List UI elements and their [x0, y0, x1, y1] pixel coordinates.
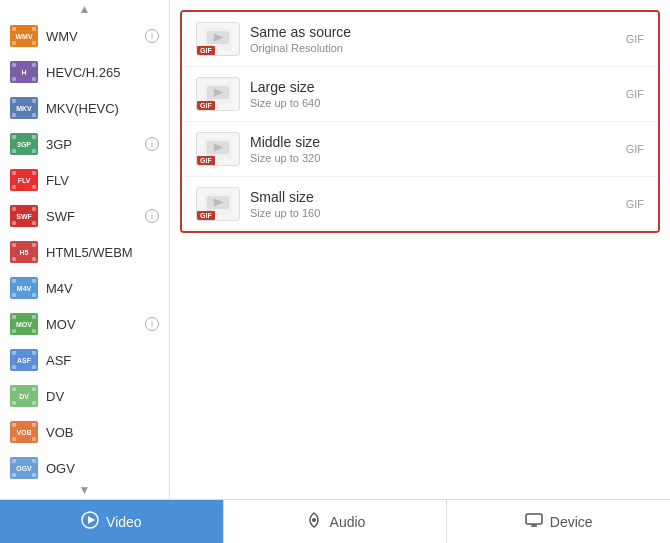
option-row-small-size[interactable]: GIF Small sizeSize up to 160GIF [182, 177, 658, 231]
asf-icon: ASF [10, 349, 38, 371]
mkv-label: MKV(HEVC) [46, 101, 159, 116]
same-as-source-desc: Original Resolution [250, 42, 616, 54]
asf-label: ASF [46, 353, 159, 368]
large-size-thumbnail: GIF [196, 77, 240, 111]
sidebar-item-m4v[interactable]: M4V M4V [0, 270, 169, 306]
svg-rect-76 [32, 473, 36, 477]
svg-rect-73 [12, 459, 16, 463]
audio-tab-label: Audio [330, 514, 366, 530]
svg-rect-21 [12, 149, 16, 153]
scroll-up-arrow[interactable]: ▲ [0, 0, 169, 18]
middle-size-desc: Size up to 320 [250, 152, 616, 164]
swf-info-icon[interactable]: i [145, 209, 159, 223]
sidebar-item-dv[interactable]: DV DV [0, 378, 169, 414]
svg-marker-99 [88, 516, 95, 524]
sidebar-item-swf[interactable]: SWF SWFi [0, 198, 169, 234]
flv-label: FLV [46, 173, 159, 188]
svg-rect-8 [32, 63, 36, 67]
sidebar-item-ogv[interactable]: OGV OGV [0, 450, 169, 481]
sidebar-item-wmv[interactable]: WMV WMVi [0, 18, 169, 54]
svg-rect-75 [12, 473, 16, 477]
wmv-info-icon[interactable]: i [145, 29, 159, 43]
hevc-label: HEVC/H.265 [46, 65, 159, 80]
mov-label: MOV [46, 317, 141, 332]
swf-icon: SWF [10, 205, 38, 227]
svg-rect-74 [32, 459, 36, 463]
sidebar-item-3gp[interactable]: 3GP 3GPi [0, 126, 169, 162]
svg-text:3GP: 3GP [17, 141, 31, 148]
svg-rect-44 [32, 279, 36, 283]
svg-text:MKV: MKV [16, 105, 32, 112]
svg-rect-40 [32, 257, 36, 261]
sidebar-item-mkv[interactable]: MKV MKV(HEVC) [0, 90, 169, 126]
svg-rect-39 [12, 257, 16, 261]
small-size-desc: Size up to 160 [250, 207, 616, 219]
svg-text:WMV: WMV [15, 33, 32, 40]
svg-rect-63 [12, 401, 16, 405]
html5-icon: H5 [10, 241, 38, 263]
3gp-info-icon[interactable]: i [145, 137, 159, 151]
svg-rect-9 [12, 77, 16, 81]
mov-info-icon[interactable]: i [145, 317, 159, 331]
svg-rect-57 [12, 365, 16, 369]
vob-icon: VOB [10, 421, 38, 443]
vob-label: VOB [46, 425, 159, 440]
tab-audio[interactable]: Audio [224, 500, 448, 543]
svg-text:M4V: M4V [17, 285, 32, 292]
middle-size-info: Middle sizeSize up to 320 [250, 134, 616, 164]
mov-icon: MOV [10, 313, 38, 335]
svg-rect-51 [12, 329, 16, 333]
option-row-middle-size[interactable]: GIF Middle sizeSize up to 320GIF [182, 122, 658, 177]
ogv-label: OGV [46, 461, 159, 476]
tab-device[interactable]: Device [447, 500, 670, 543]
scroll-down-arrow[interactable]: ▼ [0, 481, 169, 499]
svg-rect-69 [12, 437, 16, 441]
svg-rect-27 [12, 185, 16, 189]
sidebar-item-vob[interactable]: VOB VOB [0, 414, 169, 450]
dv-label: DV [46, 389, 159, 404]
right-panel: GIF Same as sourceOriginal ResolutionGIF… [170, 0, 670, 499]
svg-rect-19 [12, 135, 16, 139]
svg-rect-49 [12, 315, 16, 319]
option-row-large-size[interactable]: GIF Large sizeSize up to 640GIF [182, 67, 658, 122]
video-tab-icon [81, 511, 99, 533]
sidebar-item-flv[interactable]: FLV FLV [0, 162, 169, 198]
svg-text:OGV: OGV [16, 465, 32, 472]
svg-rect-13 [12, 99, 16, 103]
sidebar-scroll: WMV WMVi H HEVC/H.265 MKV MKV(HEVC) 3GP … [0, 18, 169, 481]
svg-rect-46 [32, 293, 36, 297]
sidebar-item-asf[interactable]: ASF ASF [0, 342, 169, 378]
svg-rect-55 [12, 351, 16, 355]
svg-rect-26 [32, 171, 36, 175]
svg-rect-7 [12, 63, 16, 67]
svg-text:H5: H5 [20, 249, 29, 256]
sidebar-item-mov[interactable]: MOV MOVi [0, 306, 169, 342]
small-size-format-label: GIF [626, 198, 644, 210]
small-size-thumbnail: GIF [196, 187, 240, 221]
svg-text:ASF: ASF [17, 357, 32, 364]
swf-label: SWF [46, 209, 141, 224]
tab-video[interactable]: Video [0, 500, 224, 543]
m4v-icon: M4V [10, 277, 38, 299]
svg-text:MOV: MOV [16, 321, 32, 328]
svg-rect-31 [12, 207, 16, 211]
svg-text:H: H [21, 69, 26, 76]
svg-rect-15 [12, 113, 16, 117]
svg-rect-1 [12, 27, 16, 31]
wmv-icon: WMV [10, 25, 38, 47]
svg-rect-2 [32, 27, 36, 31]
svg-text:DV: DV [19, 393, 29, 400]
large-size-name: Large size [250, 79, 616, 95]
svg-rect-62 [32, 387, 36, 391]
svg-rect-28 [32, 185, 36, 189]
audio-tab-icon [305, 511, 323, 533]
option-row-same-as-source[interactable]: GIF Same as sourceOriginal ResolutionGIF [182, 12, 658, 67]
same-as-source-thumbnail: GIF [196, 22, 240, 56]
sidebar-item-hevc[interactable]: H HEVC/H.265 [0, 54, 169, 90]
device-tab-label: Device [550, 514, 593, 530]
svg-rect-64 [32, 401, 36, 405]
svg-rect-4 [32, 41, 36, 45]
svg-rect-25 [12, 171, 16, 175]
sidebar-item-html5[interactable]: H5 HTML5/WEBM [0, 234, 169, 270]
same-as-source-name: Same as source [250, 24, 616, 40]
